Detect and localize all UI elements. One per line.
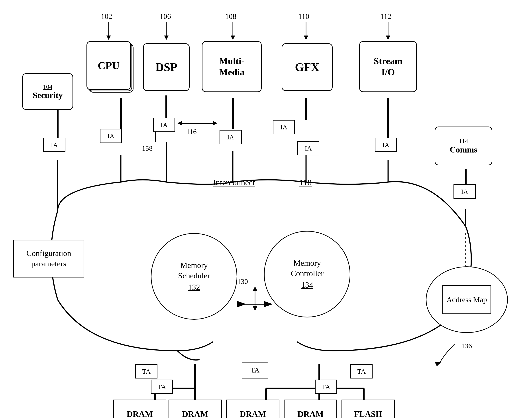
svg-marker-41 (106, 35, 111, 40)
ref-112: 112 (380, 12, 391, 21)
dram3-box: DRAM (226, 400, 279, 418)
memory-scheduler-label: MemoryScheduler (178, 260, 210, 281)
svg-marker-37 (435, 362, 441, 366)
ref-130: 130 (237, 278, 248, 286)
comms-ref: 114 (450, 138, 477, 145)
dram2-box: DRAM (168, 400, 222, 418)
ta-box-right-inner: TA (315, 380, 337, 394)
memory-scheduler-circle: MemoryScheduler 132 (151, 233, 237, 320)
svg-marker-32 (213, 121, 217, 125)
ref-102: 102 (101, 12, 112, 21)
config-label: Configuration parameters (26, 248, 71, 269)
dsp-label: DSP (155, 61, 177, 74)
ia-box-security: IA (43, 138, 66, 152)
flash-box: FLASH (342, 400, 395, 418)
ia-box-gfx-left: IA (273, 120, 295, 134)
ref-116: 116 (186, 128, 197, 136)
multimedia-label: Multi- Media (219, 56, 244, 78)
ref-108: 108 (225, 12, 236, 21)
gfx-box: GFX (282, 43, 333, 91)
address-map-oval: Address Map (426, 266, 508, 333)
svg-marker-49 (386, 35, 390, 40)
ref-136: 136 (461, 342, 472, 350)
cpu-label: CPU (98, 59, 120, 72)
ia-box-comms: IA (454, 184, 476, 199)
security-ref: 104 (33, 83, 63, 90)
ia-box-multimedia: IA (220, 130, 242, 144)
memory-controller-label: MemoryController (291, 258, 323, 279)
dram4-box: DRAM (284, 400, 337, 418)
ia-box-dsp: IA (153, 118, 175, 132)
memory-controller-ref: 134 (291, 280, 323, 290)
connection-lines (0, 0, 532, 418)
svg-marker-31 (177, 121, 182, 125)
ia-box-stream: IA (375, 138, 397, 152)
memory-scheduler-ref: 132 (178, 282, 210, 293)
dram1-box: DRAM (113, 400, 166, 418)
svg-marker-51 (253, 306, 257, 311)
dram3-label: DRAM (240, 409, 266, 418)
dram4-label: DRAM (297, 409, 323, 418)
svg-marker-45 (231, 35, 235, 40)
ia-box-gfx-right: IA (297, 141, 319, 155)
stream-io-box: Stream I/O (359, 41, 417, 92)
security-label: Security (33, 90, 63, 100)
address-map-label: Address Map (447, 295, 487, 304)
ta-box-right-outer: TA (350, 364, 373, 379)
comms-label: Comms (450, 145, 477, 154)
diagram: 102 106 108 110 112 CPU DSP Multi- Media… (0, 0, 532, 418)
svg-marker-43 (164, 35, 168, 40)
dsp-box: DSP (143, 43, 190, 91)
address-map-box: Address Map (443, 285, 491, 314)
ref-158: 158 (142, 144, 153, 152)
interconnect-ref: 118 (299, 178, 312, 187)
ta-box-center: TA (242, 362, 268, 379)
dram2-label: DRAM (182, 409, 208, 418)
config-box: Configuration parameters (13, 240, 84, 278)
ref-110: 110 (298, 12, 309, 21)
gfx-label: GFX (295, 61, 319, 74)
dram1-label: DRAM (127, 409, 153, 418)
ia-box-cpu-left: IA (100, 129, 122, 143)
ta-box-left-outer: TA (135, 364, 157, 379)
ref-106: 106 (160, 12, 171, 21)
multimedia-box: Multi- Media (202, 41, 262, 92)
comms-box: 114 Comms (435, 127, 492, 165)
memory-controller-circle: MemoryController 134 (264, 231, 350, 317)
svg-marker-52 (253, 286, 257, 291)
interconnect-label: Interconnect (213, 178, 255, 187)
svg-marker-47 (304, 35, 308, 40)
ta-box-left-inner: TA (151, 380, 173, 394)
security-box: 104 Security (22, 73, 73, 110)
flash-label: FLASH (354, 409, 382, 418)
stream-io-label: Stream I/O (374, 56, 402, 78)
cpu-box: CPU (87, 41, 131, 90)
